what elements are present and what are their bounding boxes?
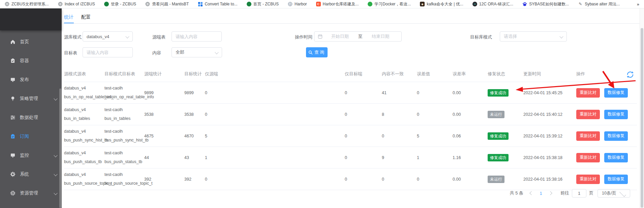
recompare-button[interactable]: 重新比对 (576, 153, 600, 162)
prev-page-button[interactable] (527, 188, 536, 198)
error-value: 0 (417, 177, 453, 182)
bookmark-label: ZCBUS文档管理系... (11, 1, 49, 7)
bookmark-item[interactable]: CHarbor仓库搭建及... (316, 1, 359, 7)
error-value: 1 (417, 155, 453, 160)
chevron-down-icon (54, 153, 57, 157)
goto-page-input[interactable] (572, 189, 586, 198)
chevron-down-icon (215, 50, 218, 54)
bookmark-label: Sybase alter 用法... (585, 1, 620, 7)
tab-configuration[interactable]: 配置 (81, 14, 91, 20)
bookmark-label: Harbor (295, 2, 307, 6)
bookmark-item[interactable]: </>12C ORA-错误汇... (472, 1, 513, 7)
target-count: 3538 (184, 112, 205, 117)
error-rate: 1.16 (453, 155, 488, 160)
target-table: bus_in_op_real_table_info (104, 95, 144, 99)
sliders-icon (10, 115, 16, 120)
repair-button[interactable]: 数据修复 (604, 110, 628, 119)
recompare-button[interactable]: 重新比对 (576, 110, 600, 119)
sidebar-item-policy[interactable]: 策略管理 (0, 89, 62, 108)
home-icon (10, 39, 16, 45)
bookmark-item[interactable]: SYBASE如何创建数... (522, 1, 569, 7)
repair-button[interactable]: 数据修复 (604, 88, 628, 98)
sidebar-item-container[interactable]: 容器 (0, 51, 62, 70)
source-schema-select[interactable]: databus_v4 (83, 31, 133, 42)
next-page-button[interactable] (546, 188, 555, 198)
update-time: 2022-04-01 15:45:25 (523, 90, 576, 95)
only-source: 0 (205, 90, 345, 95)
sidebar-item-subscription[interactable]: 订阅 (0, 127, 62, 146)
bookmark-item[interactable]: 登录 - ZCBUS (104, 1, 136, 7)
bookmarks-overflow-button[interactable]: » (637, 2, 639, 7)
sidebar-scrollbar[interactable] (59, 88, 61, 208)
bookmark-item[interactable]: ZCBUS文档管理系... (5, 1, 49, 7)
bookmark-label: SYBASE如何创建数... (529, 1, 569, 7)
source-table: bus_push_sync_hist_tb (64, 138, 104, 142)
source-table-label: 源端表 (152, 34, 165, 40)
page-number-current[interactable]: 1 (536, 191, 546, 196)
sidebar-item-label: 订阅 (20, 133, 29, 139)
op-time-daterange[interactable]: 开始日期 至 结束日期 (314, 31, 402, 42)
table-row: databus_v4bus_push_status_tb test-caolhb… (64, 147, 637, 168)
kafka-icon: ◆ (420, 2, 425, 6)
table-row: databus_v4bus_in_op_real_table_info test… (64, 82, 637, 104)
sidebar-item-label: 系统 (20, 171, 29, 177)
target-count: 392 (184, 177, 205, 182)
sidebar-item-label: 策略管理 (20, 96, 38, 102)
source-count: 392 (144, 177, 184, 182)
sidebar-item-home[interactable]: 首页 (0, 32, 62, 51)
page-size-select[interactable]: 10条/页 (597, 189, 630, 198)
bookmark-label: 首页 - ZCBUS (253, 1, 279, 7)
scrollbar-thumb[interactable] (641, 28, 643, 208)
mismatch-count: 8 (382, 112, 417, 117)
bookmark-item[interactable]: 查看问题 - MantisBT (145, 1, 189, 7)
target-table-input[interactable] (83, 47, 133, 57)
sidebar-item-data-processing[interactable]: 数据处理 (0, 108, 62, 127)
sidebar-item-publish[interactable]: 发布 (0, 70, 62, 89)
sidebar-item-resources[interactable]: 资源管理 (0, 184, 62, 203)
sidebar-nav: 首页 容器 发布 策略管理 数据处理 订阅 监控 系统 资源管理 (0, 30, 62, 203)
oracle-icon: </> (472, 2, 477, 6)
recompare-button[interactable]: 重新比对 (576, 88, 600, 98)
recompare-button[interactable]: 重新比对 (576, 175, 600, 184)
only-source: 0 (205, 177, 345, 182)
search-button-label: 查询 (314, 49, 325, 55)
search-button[interactable]: 查询 (306, 47, 328, 57)
bookmark-label: 学习Docker，看这... (374, 1, 411, 7)
bookmark-item[interactable]: ✎Sybase alter 用法... (578, 1, 620, 7)
bookmark-item[interactable]: Harbor (288, 2, 307, 6)
bookmark-item[interactable]: 学习Docker，看这... (368, 1, 411, 7)
tab-statistics[interactable]: 统计 (64, 14, 73, 20)
target-schema: test-caolh (104, 129, 144, 134)
content-filter-select[interactable]: 全部 (172, 47, 222, 57)
target-count: 43 (184, 155, 205, 160)
source-table-input[interactable] (172, 31, 222, 42)
scrollbar-track[interactable] (640, 8, 644, 208)
recompare-button[interactable]: 重新比对 (576, 131, 600, 141)
refresh-icon[interactable] (626, 71, 634, 79)
repair-button[interactable]: 数据修复 (604, 175, 628, 184)
bookmark-item[interactable]: 首页 - ZCBUS (247, 1, 279, 7)
only-source: 1 (205, 155, 345, 160)
mismatch-count: 0 (382, 134, 417, 138)
bookmark-item[interactable]: Convert Table to... (198, 2, 237, 6)
only-target: 0 (345, 134, 382, 138)
repair-button[interactable]: 数据修复 (604, 131, 628, 141)
mismatch-count: 41 (382, 90, 417, 95)
target-table: bus_in_tables (104, 116, 144, 121)
source-schema: databus_v4 (64, 129, 104, 134)
bookmark-item[interactable]: ◆kafka命令大全 | 优... (420, 1, 463, 7)
status-badge: 未运行 (488, 111, 504, 118)
zcbus-icon (247, 2, 251, 6)
col-error-rate: 误差率 (453, 71, 488, 77)
sidebar-item-label: 监控 (20, 152, 29, 158)
sidebar-item-system[interactable]: 系统 (0, 165, 62, 184)
bookmark-label: Convert Table to... (205, 2, 237, 6)
bookmark-label: kafka命令大全 | 优... (427, 1, 463, 7)
target-schema-select[interactable]: 请选择 (500, 31, 567, 42)
bookmark-item[interactable]: Index of /ZCBUS (58, 2, 95, 6)
source-count: 4675 (144, 134, 184, 138)
source-schema-label: 源库模式 (64, 34, 82, 40)
sidebar-item-monitoring[interactable]: 监控 (0, 146, 62, 165)
repair-button[interactable]: 数据修复 (604, 153, 628, 162)
target-schema: test-caolh (104, 86, 144, 90)
